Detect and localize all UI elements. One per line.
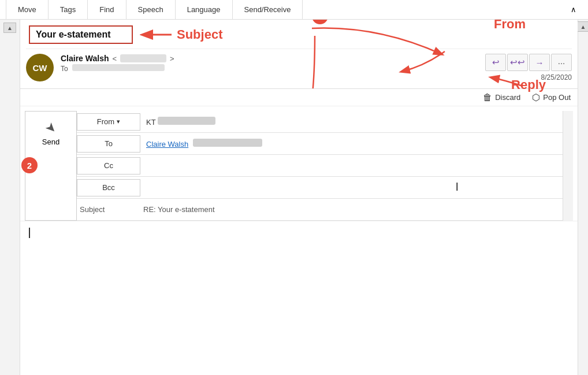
- to-value[interactable]: Claire Walsh: [146, 139, 563, 148]
- bcc-field-row: Bcc I: [77, 177, 563, 199]
- cc-input[interactable]: [146, 161, 563, 170]
- badge-2-container: 2: [21, 157, 38, 173]
- subject-field-label: Subject: [77, 205, 137, 214]
- scroll-up-button[interactable]: ▲: [3, 23, 16, 33]
- email-header: CW Claire Walsh < > To ↩: [26, 49, 572, 88]
- cc-field-row: Cc: [77, 155, 563, 177]
- from-label-box[interactable]: From ▾: [77, 113, 140, 131]
- pop-out-label: Pop Out: [543, 93, 571, 102]
- sender-line: Claire Walsh < >: [61, 54, 479, 63]
- avatar: CW: [26, 54, 54, 81]
- menu-find[interactable]: Find: [88, 0, 126, 19]
- reply-all-button[interactable]: ↩↩: [507, 54, 528, 71]
- subject-arrow-icon: [140, 27, 174, 43]
- email-actions-area: ↩ ↩↩ → ··· 8/25/2020: [485, 54, 572, 84]
- to-recipient-blurred: [72, 64, 165, 71]
- bcc-label-box[interactable]: Bcc: [77, 179, 140, 196]
- badge-2-circle: 2: [21, 157, 38, 173]
- discard-label: Discard: [495, 93, 520, 102]
- left-scroll-panel: ▲: [0, 20, 20, 375]
- from-value: KT: [146, 117, 563, 127]
- send-icon: ➤: [42, 118, 59, 136]
- right-content: Your e-statement Subject 1 From: [20, 20, 578, 375]
- to-label-box[interactable]: To: [77, 135, 140, 153]
- compose-fields: From ▾ KT To Claire Walsh: [77, 111, 563, 221]
- subject-field-value[interactable]: RE: Your e-statement: [143, 203, 563, 216]
- send-label: Send: [42, 138, 59, 146]
- to-field-row: To Claire Walsh: [77, 133, 563, 155]
- from-annotation-label: From: [494, 20, 526, 32]
- cc-value[interactable]: [146, 161, 563, 170]
- from-label: From: [97, 117, 114, 126]
- discard-button[interactable]: 🗑 Discard: [483, 92, 520, 103]
- sender-name: Claire Walsh: [61, 54, 109, 63]
- more-actions-button[interactable]: ···: [551, 54, 572, 71]
- from-email-blurred: [158, 117, 215, 125]
- top-menu-bar: Move Tags Find Speech Language Send/Rece…: [0, 0, 588, 20]
- sender-email-blurred: [120, 54, 166, 62]
- email-date: 8/25/2020: [541, 73, 572, 81]
- email-meta: Claire Walsh < > To: [61, 54, 479, 73]
- email-action-buttons: ↩ ↩↩ → ···: [485, 54, 572, 71]
- compose-toolbar: 🗑 Discard ⬡ Pop Out: [20, 89, 578, 106]
- to-line: To: [61, 64, 479, 73]
- bcc-label: Bcc: [102, 183, 115, 192]
- pop-out-icon: ⬡: [532, 92, 540, 103]
- menu-move[interactable]: Move: [6, 0, 49, 19]
- email-view-section: Your e-statement Subject 1 From: [20, 20, 578, 89]
- to-label: To: [61, 65, 68, 73]
- menu-collapse-icon[interactable]: ∧: [565, 5, 582, 14]
- from-initials: KT: [146, 118, 156, 127]
- subject-area: Your e-statement Subject 1 From: [29, 25, 572, 44]
- menu-language[interactable]: Language: [176, 0, 233, 19]
- email-body-area[interactable]: [20, 221, 578, 375]
- from-dropdown-icon[interactable]: ▾: [117, 118, 120, 125]
- subject-annotation: Subject: [140, 27, 222, 43]
- cc-label-box[interactable]: Cc: [77, 157, 140, 174]
- menu-tags[interactable]: Tags: [49, 0, 88, 19]
- cc-label: Cc: [104, 161, 113, 170]
- sender-email-prefix: <: [113, 54, 117, 63]
- from-field-row: From ▾ KT: [77, 111, 563, 133]
- reply-button[interactable]: ↩: [485, 54, 506, 71]
- main-content: ▲ Your e-statement Subject 1: [0, 20, 588, 375]
- body-cursor: [29, 228, 30, 238]
- bcc-input[interactable]: [146, 183, 563, 192]
- right-scroll-panel: ▲: [578, 20, 588, 375]
- to-email-blurred: [193, 139, 262, 147]
- compose-scroll-panel: [563, 111, 573, 221]
- scroll-up-right-button[interactable]: ▲: [577, 21, 589, 32]
- subject-field-row: Subject RE: Your e-statement: [77, 199, 563, 221]
- to-label: To: [105, 139, 113, 148]
- to-claire-walsh[interactable]: Claire Walsh: [146, 140, 188, 148]
- subject-annotation-label: Subject: [177, 27, 222, 42]
- menu-sendreceive[interactable]: Send/Receive: [233, 0, 303, 19]
- forward-button[interactable]: →: [529, 54, 550, 71]
- sender-email-suffix: >: [170, 54, 174, 63]
- discard-icon: 🗑: [483, 92, 492, 103]
- badge-1: 1: [312, 20, 328, 24]
- bcc-value[interactable]: [146, 183, 563, 192]
- badge-1-circle: 1: [312, 20, 328, 24]
- menu-speech[interactable]: Speech: [126, 0, 176, 19]
- compose-area: 2 ➤ Send From ▾ KT: [20, 106, 578, 221]
- subject-box: Your e-statement: [29, 25, 133, 44]
- pop-out-button[interactable]: ⬡ Pop Out: [532, 92, 571, 103]
